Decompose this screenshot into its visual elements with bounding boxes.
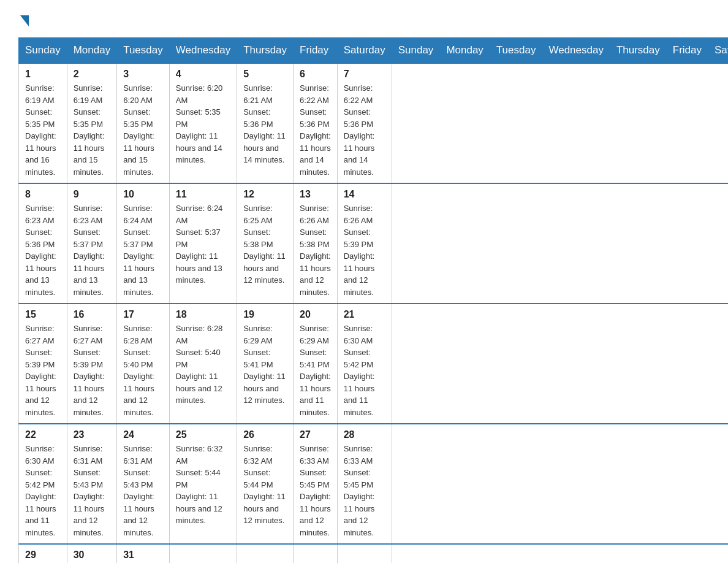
col-header-wednesday: Wednesday	[169, 38, 237, 64]
calendar-week-row: 29Sunrise: 6:33 AMSunset: 5:46 PMDayligh…	[19, 544, 729, 563]
day-number: 12	[243, 189, 287, 200]
day-number: 9	[74, 189, 110, 200]
col-header-monday: Monday	[67, 38, 116, 64]
col-header-saturday: Saturday	[708, 38, 728, 64]
calendar-cell: 4Sunrise: 6:20 AMSunset: 5:35 PMDaylight…	[169, 63, 237, 183]
day-info: Sunrise: 6:30 AMSunset: 5:42 PMDaylight:…	[25, 443, 61, 538]
calendar-cell: 13Sunrise: 6:26 AMSunset: 5:38 PMDayligh…	[294, 183, 338, 304]
calendar-header-row: SundayMondayTuesdayWednesdayThursdayFrid…	[19, 38, 729, 64]
calendar-cell: 14Sunrise: 6:26 AMSunset: 5:39 PMDayligh…	[337, 183, 392, 304]
day-number: 6	[300, 69, 331, 80]
day-info: Sunrise: 6:28 AMSunset: 5:40 PMDaylight:…	[176, 323, 230, 407]
day-number: 15	[25, 309, 61, 320]
day-info: Sunrise: 6:24 AMSunset: 5:37 PMDaylight:…	[176, 202, 230, 286]
calendar-cell: 6Sunrise: 6:22 AMSunset: 5:36 PMDaylight…	[294, 63, 338, 183]
day-info: Sunrise: 6:19 AMSunset: 5:35 PMDaylight:…	[25, 82, 61, 178]
calendar-cell: 8Sunrise: 6:23 AMSunset: 5:36 PMDaylight…	[19, 183, 67, 304]
calendar-cell: 25Sunrise: 6:32 AMSunset: 5:44 PMDayligh…	[169, 424, 237, 544]
day-number: 25	[176, 429, 230, 440]
day-info: Sunrise: 6:27 AMSunset: 5:39 PMDaylight:…	[74, 323, 110, 418]
day-info: Sunrise: 6:23 AMSunset: 5:37 PMDaylight:…	[74, 202, 110, 298]
day-number: 28	[344, 429, 385, 440]
day-info: Sunrise: 6:22 AMSunset: 5:36 PMDaylight:…	[344, 82, 385, 178]
day-number: 13	[300, 189, 331, 200]
day-info: Sunrise: 6:30 AMSunset: 5:42 PMDaylight:…	[344, 323, 385, 418]
col-header-thursday: Thursday	[237, 38, 294, 64]
calendar-cell: 1Sunrise: 6:19 AMSunset: 5:35 PMDaylight…	[19, 63, 67, 183]
calendar-cell: 5Sunrise: 6:21 AMSunset: 5:36 PMDaylight…	[237, 63, 294, 183]
calendar-week-row: 1Sunrise: 6:19 AMSunset: 5:35 PMDaylight…	[19, 63, 729, 183]
calendar-cell: 17Sunrise: 6:28 AMSunset: 5:40 PMDayligh…	[117, 304, 170, 424]
calendar-cell: 19Sunrise: 6:29 AMSunset: 5:41 PMDayligh…	[237, 304, 294, 424]
calendar-cell	[169, 544, 237, 563]
calendar-cell: 3Sunrise: 6:20 AMSunset: 5:35 PMDaylight…	[117, 63, 170, 183]
day-info: Sunrise: 6:26 AMSunset: 5:39 PMDaylight:…	[344, 202, 385, 298]
day-info: Sunrise: 6:31 AMSunset: 5:43 PMDaylight:…	[123, 443, 163, 538]
calendar-week-row: 15Sunrise: 6:27 AMSunset: 5:39 PMDayligh…	[19, 304, 729, 424]
calendar-cell: 16Sunrise: 6:27 AMSunset: 5:39 PMDayligh…	[67, 304, 116, 424]
day-number: 16	[74, 309, 110, 320]
calendar-cell: 24Sunrise: 6:31 AMSunset: 5:43 PMDayligh…	[117, 424, 170, 544]
day-info: Sunrise: 6:31 AMSunset: 5:43 PMDaylight:…	[74, 443, 110, 538]
day-info: Sunrise: 6:24 AMSunset: 5:37 PMDaylight:…	[123, 202, 163, 298]
day-number: 21	[344, 309, 385, 320]
day-info: Sunrise: 6:28 AMSunset: 5:40 PMDaylight:…	[123, 323, 163, 418]
day-info: Sunrise: 6:19 AMSunset: 5:35 PMDaylight:…	[74, 82, 110, 178]
calendar-cell: 11Sunrise: 6:24 AMSunset: 5:37 PMDayligh…	[169, 183, 237, 304]
calendar-week-row: 8Sunrise: 6:23 AMSunset: 5:36 PMDaylight…	[19, 183, 729, 304]
col-header-sunday: Sunday	[19, 38, 67, 64]
day-number: 14	[344, 189, 385, 200]
col-header-friday: Friday	[294, 38, 338, 64]
day-info: Sunrise: 6:20 AMSunset: 5:35 PMDaylight:…	[176, 82, 230, 166]
day-number: 26	[243, 429, 287, 440]
day-info: Sunrise: 6:29 AMSunset: 5:41 PMDaylight:…	[243, 323, 287, 407]
calendar-cell: 27Sunrise: 6:33 AMSunset: 5:45 PMDayligh…	[294, 424, 338, 544]
calendar-cell: 2Sunrise: 6:19 AMSunset: 5:35 PMDaylight…	[67, 63, 116, 183]
day-number: 29	[25, 550, 61, 561]
calendar-cell: 28Sunrise: 6:33 AMSunset: 5:45 PMDayligh…	[337, 424, 392, 544]
page-header	[18, 12, 710, 26]
calendar-cell: 7Sunrise: 6:22 AMSunset: 5:36 PMDaylight…	[337, 63, 392, 183]
calendar-cell: 30Sunrise: 6:34 AMSunset: 5:47 PMDayligh…	[67, 544, 116, 563]
calendar-cell: 12Sunrise: 6:25 AMSunset: 5:38 PMDayligh…	[237, 183, 294, 304]
day-info: Sunrise: 6:29 AMSunset: 5:41 PMDaylight:…	[300, 323, 331, 418]
day-info: Sunrise: 6:32 AMSunset: 5:44 PMDaylight:…	[243, 443, 287, 527]
calendar-cell	[337, 544, 392, 563]
day-number: 24	[123, 429, 163, 440]
day-number: 4	[176, 69, 230, 80]
calendar-cell: 22Sunrise: 6:30 AMSunset: 5:42 PMDayligh…	[19, 424, 67, 544]
day-number: 23	[74, 429, 110, 440]
day-info: Sunrise: 6:20 AMSunset: 5:35 PMDaylight:…	[123, 82, 163, 178]
col-header-tuesday: Tuesday	[490, 38, 542, 64]
col-header-sunday: Sunday	[392, 38, 440, 64]
calendar-cell: 9Sunrise: 6:23 AMSunset: 5:37 PMDaylight…	[67, 183, 116, 304]
day-number: 17	[123, 309, 163, 320]
calendar-cell	[237, 544, 294, 563]
day-info: Sunrise: 6:33 AMSunset: 5:45 PMDaylight:…	[344, 443, 385, 538]
day-number: 19	[243, 309, 287, 320]
day-number: 18	[176, 309, 230, 320]
calendar-cell: 26Sunrise: 6:32 AMSunset: 5:44 PMDayligh…	[237, 424, 294, 544]
day-number: 30	[74, 550, 110, 561]
col-header-wednesday: Wednesday	[542, 38, 610, 64]
calendar-cell: 29Sunrise: 6:33 AMSunset: 5:46 PMDayligh…	[19, 544, 67, 563]
calendar-cell: 18Sunrise: 6:28 AMSunset: 5:40 PMDayligh…	[169, 304, 237, 424]
col-header-tuesday: Tuesday	[117, 38, 170, 64]
col-header-saturday: Saturday	[337, 38, 392, 64]
day-info: Sunrise: 6:27 AMSunset: 5:39 PMDaylight:…	[25, 323, 61, 418]
col-header-thursday: Thursday	[610, 38, 666, 64]
calendar-cell: 21Sunrise: 6:30 AMSunset: 5:42 PMDayligh…	[337, 304, 392, 424]
calendar-table: SundayMondayTuesdayWednesdayThursdayFrid…	[18, 37, 728, 563]
day-info: Sunrise: 6:32 AMSunset: 5:44 PMDaylight:…	[176, 443, 230, 527]
day-info: Sunrise: 6:33 AMSunset: 5:45 PMDaylight:…	[300, 443, 331, 538]
day-number: 5	[243, 69, 287, 80]
day-info: Sunrise: 6:23 AMSunset: 5:36 PMDaylight:…	[25, 202, 61, 298]
col-header-monday: Monday	[440, 38, 490, 64]
day-number: 3	[123, 69, 163, 80]
calendar-cell: 20Sunrise: 6:29 AMSunset: 5:41 PMDayligh…	[294, 304, 338, 424]
day-info: Sunrise: 6:25 AMSunset: 5:38 PMDaylight:…	[243, 202, 287, 286]
day-number: 2	[74, 69, 110, 80]
day-number: 8	[25, 189, 61, 200]
day-info: Sunrise: 6:26 AMSunset: 5:38 PMDaylight:…	[300, 202, 331, 298]
calendar-cell: 31Sunrise: 6:34 AMSunset: 5:47 PMDayligh…	[117, 544, 170, 563]
